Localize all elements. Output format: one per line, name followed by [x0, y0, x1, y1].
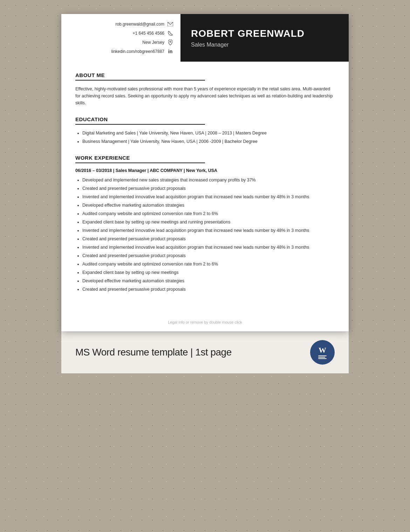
linkedin-text: linkedin.com/robgreen67887	[111, 49, 164, 54]
bullet-1: Developed and implemented new sales stra…	[82, 177, 335, 184]
word-line-2	[318, 357, 325, 358]
resume-body: ABOUT ME Effective, highly-motivated sal…	[61, 62, 349, 313]
bullet-11: Audited company website and optimized co…	[82, 261, 335, 268]
edu-item-2: Business Management | Yale University, N…	[82, 138, 335, 145]
contact-location-item: New Jersey	[75, 39, 173, 46]
word-badge-inner: W	[318, 346, 327, 359]
work-section: WORK EXPERIENCE 06/2016 – 03/2018 | Sale…	[75, 155, 335, 293]
word-line-1	[318, 355, 327, 356]
bullet-6: Expanded client base by setting up new m…	[82, 219, 335, 226]
about-title: ABOUT ME	[75, 72, 205, 81]
footer-note: Legal info or remove by double mouse cli…	[61, 313, 349, 331]
email-text: rob.greenwald@gnail.com	[115, 22, 164, 27]
work-title: WORK EXPERIENCE	[75, 155, 205, 163]
bullet-14: Created and presented persuasive product…	[82, 286, 335, 293]
edu-item-1: Digital Marketing and Sales | Yale Unive…	[82, 130, 335, 137]
bullet-2: Created and presented persuasive product…	[82, 185, 335, 192]
bullet-8: Created and presented persuasive product…	[82, 235, 335, 242]
bullet-5: Audited company website and optimized co…	[82, 210, 335, 217]
phone-text: +1 645 456 4566	[133, 31, 164, 36]
linkedin-icon: in	[167, 48, 173, 55]
about-text: Effective, highly-motivated sales profes…	[75, 85, 335, 106]
education-section: EDUCATION Digital Marketing and Sales | …	[75, 116, 335, 145]
bullet-13: Developed effective marketing automation…	[82, 277, 335, 284]
resume-header: rob.greenwald@gnail.com +1 645 456 4566	[61, 14, 349, 62]
resume-name: ROBERT GREENWALD	[191, 28, 338, 40]
education-list: Digital Marketing and Sales | Yale Unive…	[75, 130, 335, 145]
bullet-9: Invented and implemented innovative lead…	[82, 244, 335, 251]
svg-point-1	[170, 41, 171, 42]
job-bullets: Developed and implemented new sales stra…	[75, 177, 335, 293]
location-icon	[167, 39, 173, 46]
bullet-12: Expanded client base by setting up new m…	[82, 269, 335, 276]
location-text: New Jersey	[142, 40, 164, 45]
word-line-3	[318, 358, 327, 359]
about-section: ABOUT ME Effective, highly-motivated sal…	[75, 72, 335, 106]
word-lines-decoration	[318, 355, 327, 359]
bullet-3: Invented and implemented innovative lead…	[82, 193, 335, 200]
resume-document: rob.greenwald@gnail.com +1 645 456 4566	[61, 14, 349, 331]
work-job-1: 06/2016 – 03/2018 | Sales Manager | ABC …	[75, 168, 335, 293]
contact-linkedin-item: linkedin.com/robgreen67887 in	[75, 48, 173, 55]
footer-text: Legal info or remove by double mouse cli…	[168, 320, 242, 324]
email-icon	[167, 21, 173, 27]
word-w-letter: W	[319, 346, 326, 355]
page-container: rob.greenwald@gnail.com +1 645 456 4566	[0, 14, 410, 373]
word-badge: W	[310, 340, 335, 365]
education-title: EDUCATION	[75, 116, 205, 125]
bottom-bar: MS Word resume template | 1st page W	[61, 331, 349, 373]
bullet-4: Developed effective marketing automation…	[82, 202, 335, 209]
name-section: ROBERT GREENWALD Sales Manager	[180, 14, 349, 62]
bullet-10: Created and presented persuasive product…	[82, 252, 335, 259]
bottom-label: MS Word resume template | 1st page	[75, 347, 232, 358]
job-header: 06/2016 – 03/2018 | Sales Manager | ABC …	[75, 168, 335, 173]
contact-phone-item: +1 645 456 4566	[75, 30, 173, 36]
bullet-7: Invented and implemented innovative lead…	[82, 227, 335, 234]
contact-section: rob.greenwald@gnail.com +1 645 456 4566	[61, 14, 180, 62]
resume-job-title: Sales Manager	[191, 42, 338, 48]
contact-email-item: rob.greenwald@gnail.com	[75, 21, 173, 27]
phone-icon	[167, 30, 173, 36]
